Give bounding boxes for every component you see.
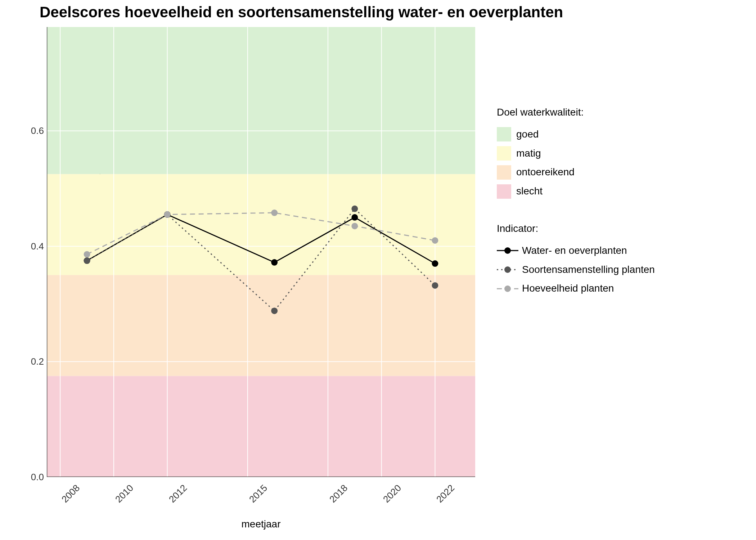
- legend: Doel waterkwaliteit: goedmatigontoereike…: [497, 104, 655, 318]
- legend-swatch: [497, 146, 511, 161]
- legend-series-title: Indicator:: [497, 221, 655, 237]
- quality-band-ontoereikend: [47, 275, 475, 376]
- data-point: [84, 257, 90, 264]
- quality-band-slecht: [47, 376, 475, 477]
- legend-swatch: [497, 127, 511, 141]
- data-point: [271, 210, 278, 216]
- svg-point-13: [504, 247, 511, 254]
- y-tick-label: 0.2: [31, 356, 44, 367]
- legend-line-sample: [497, 282, 518, 296]
- legend-series-block: Indicator: Water- en oeverplantenSoorten…: [497, 221, 655, 298]
- x-tick-label: 2020: [381, 482, 404, 505]
- svg-point-15: [504, 266, 511, 273]
- legend-band-label: ontoereikend: [516, 164, 575, 180]
- x-tick-label: 2015: [247, 482, 270, 505]
- legend-series-item: Soortensamenstelling planten: [497, 260, 655, 279]
- x-tick-label: 2018: [327, 482, 350, 505]
- legend-band-label: matig: [516, 145, 541, 162]
- quality-band-goed: [47, 27, 475, 174]
- data-point: [351, 206, 358, 212]
- legend-series-item: Water- en oeverplanten: [497, 241, 655, 260]
- legend-band-label: slecht: [516, 183, 543, 199]
- legend-series-label: Soortensamenstelling planten: [522, 262, 655, 278]
- legend-band-label: goed: [516, 126, 539, 143]
- y-tick-label: 0.0: [31, 472, 44, 483]
- data-point: [271, 307, 278, 314]
- data-point: [351, 223, 358, 229]
- data-point: [432, 282, 438, 289]
- legend-swatch: [497, 184, 511, 199]
- svg-point-17: [504, 285, 511, 292]
- legend-series-label: Water- en oeverplanten: [522, 243, 627, 259]
- data-point: [432, 237, 438, 244]
- chart-plot-area: [47, 27, 475, 477]
- legend-band-item: slecht: [497, 182, 655, 201]
- x-tick-label: 2012: [167, 482, 189, 505]
- data-point: [271, 259, 278, 266]
- chart-title: Deelscores hoeveelheid en soortensamenst…: [40, 4, 563, 21]
- data-point: [84, 251, 90, 257]
- legend-swatch: [497, 165, 511, 180]
- x-tick-label: 2022: [434, 482, 457, 505]
- data-point: [351, 214, 358, 221]
- legend-bands-title: Doel waterkwaliteit:: [497, 104, 655, 121]
- legend-line-sample: [497, 262, 518, 277]
- legend-series-item: Hoeveelheid planten: [497, 279, 655, 298]
- data-point: [164, 211, 171, 218]
- x-tick-label: 2010: [113, 482, 136, 505]
- legend-band-item: goed: [497, 125, 655, 144]
- quality-band-matig: [47, 174, 475, 275]
- legend-bands-block: Doel waterkwaliteit: goedmatigontoereike…: [497, 104, 655, 201]
- data-point: [432, 260, 438, 267]
- y-tick-label: 0.4: [31, 240, 44, 252]
- legend-line-sample: [497, 243, 518, 258]
- y-tick-label: 0.6: [31, 125, 44, 136]
- x-tick-label: 2008: [59, 482, 82, 505]
- legend-band-item: matig: [497, 144, 655, 163]
- legend-series-label: Hoeveelheid planten: [522, 280, 614, 297]
- x-axis-label: meetjaar: [47, 518, 475, 530]
- legend-band-item: ontoereikend: [497, 163, 655, 182]
